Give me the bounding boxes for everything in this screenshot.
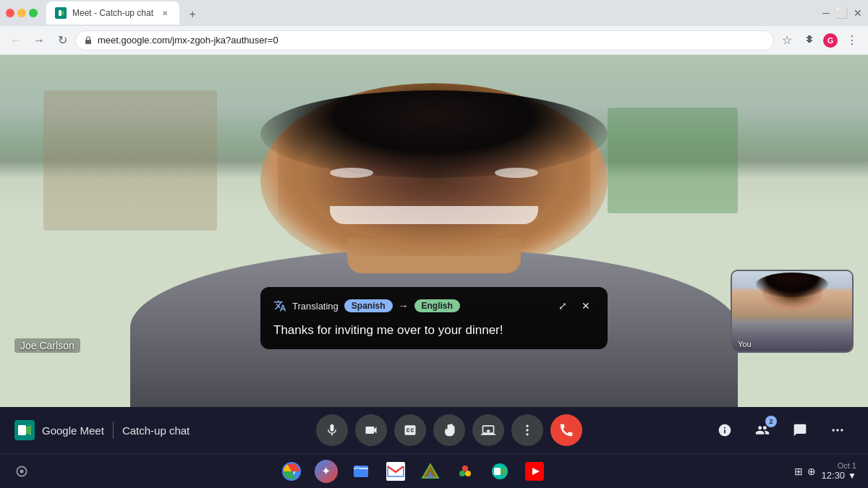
taskbar-time: 12:30 xyxy=(822,470,846,481)
svg-point-7 xyxy=(526,425,528,427)
main-video-area: Joe Carlson Translating Spanish → Englis… xyxy=(0,55,868,407)
chat-icon xyxy=(793,423,807,437)
right-controls: 2 xyxy=(709,414,854,446)
puzzle-icon xyxy=(802,34,815,47)
tab-favicon xyxy=(55,7,67,19)
plant-decoration xyxy=(608,108,738,213)
window-controls xyxy=(6,9,38,17)
video-background xyxy=(0,55,868,407)
raise-hand-icon xyxy=(442,423,456,437)
end-call-button[interactable] xyxy=(550,414,582,446)
minimize-window-button[interactable] xyxy=(17,9,26,17)
svg-rect-1 xyxy=(59,10,61,16)
forward-button[interactable]: → xyxy=(29,30,49,51)
svg-point-10 xyxy=(836,429,838,431)
people-button[interactable]: 2 xyxy=(746,414,778,446)
taskbar-date: Oct 1 xyxy=(822,461,856,470)
camera-button[interactable] xyxy=(355,414,387,446)
extensions-button[interactable] xyxy=(799,30,819,51)
back-button[interactable]: ← xyxy=(6,30,26,51)
svg-point-26 xyxy=(459,471,465,476)
self-video-label: You xyxy=(738,340,752,348)
shelf-decoration xyxy=(43,90,217,231)
svg-point-9 xyxy=(526,433,528,435)
smile xyxy=(330,206,538,223)
svg-point-11 xyxy=(841,429,843,431)
taskbar-apps: ✦ xyxy=(32,460,794,483)
activities-icon xyxy=(830,423,845,437)
call-controls xyxy=(190,414,709,446)
raise-hand-button[interactable] xyxy=(433,414,465,446)
add-icon[interactable]: ⊕ xyxy=(807,466,816,477)
meet-bottom-bar: Google Meet Catch-up chat xyxy=(0,407,868,453)
meet-divider xyxy=(113,421,114,439)
title-bar: Meet - Catch-up chat ✕ + ─ ⬜ ✕ xyxy=(0,0,868,26)
present-icon xyxy=(481,423,495,437)
translation-overlay: Translating Spanish → English ⤢ ✕ Thanks… xyxy=(260,287,608,349)
menu-button[interactable]: ⋮ xyxy=(842,30,862,51)
display-icon[interactable]: ⊞ xyxy=(794,466,803,477)
restore-button[interactable]: ⬜ xyxy=(835,7,848,19)
address-bar[interactable]: meet.google.com/jmx-zgoh-jka?authuser=0 xyxy=(75,30,774,51)
svg-point-27 xyxy=(462,466,468,471)
new-tab-button[interactable]: + xyxy=(182,4,203,25)
call-info-button[interactable] xyxy=(709,414,741,446)
microphone-icon xyxy=(325,423,339,437)
url-display: meet.google.com/jmx-zgoh-jka?authuser=0 xyxy=(98,35,766,46)
clock-area: Oct 1 12:30 ▼ xyxy=(822,461,856,481)
youtube-app-icon[interactable] xyxy=(523,460,546,483)
svg-point-14 xyxy=(20,469,24,473)
taskbar-left xyxy=(12,461,32,481)
secure-icon xyxy=(83,35,93,46)
end-call-icon xyxy=(558,422,574,438)
close-window-button[interactable] xyxy=(6,9,14,17)
captions-icon xyxy=(403,423,417,437)
files-app-icon[interactable] xyxy=(349,460,373,483)
svg-point-12 xyxy=(833,429,835,431)
captions-button[interactable] xyxy=(394,414,426,446)
people-count-badge: 2 xyxy=(765,416,777,427)
reload-button[interactable]: ↻ xyxy=(52,30,72,51)
nav-bar: ← → ↻ meet.google.com/jmx-zgoh-jka?authu… xyxy=(0,26,868,55)
bookmark-button[interactable]: ☆ xyxy=(777,30,797,51)
system-tray-icons: ⊞ ⊕ xyxy=(794,466,816,477)
svg-rect-5 xyxy=(18,425,26,435)
tab-close-button[interactable]: ✕ xyxy=(159,7,171,19)
camera-icon xyxy=(364,423,378,437)
taskbar: ✦ xyxy=(0,453,868,488)
taskbar-right: ⊞ ⊕ Oct 1 12:30 ▼ xyxy=(794,461,856,481)
tab-title: Meet - Catch-up chat xyxy=(72,8,153,18)
svg-point-8 xyxy=(526,429,528,431)
gemini-app-icon[interactable]: ✦ xyxy=(315,460,338,483)
minimize-button[interactable]: ─ xyxy=(822,7,830,19)
wifi-icon: ▼ xyxy=(848,471,856,481)
from-language-badge[interactable]: Spanish xyxy=(344,299,393,312)
close-button[interactable]: ✕ xyxy=(854,7,862,19)
photos-app-icon[interactable] xyxy=(454,460,477,483)
meet-call-title: Catch-up chat xyxy=(122,424,190,437)
meet-app: Joe Carlson Translating Spanish → Englis… xyxy=(0,55,868,453)
drive-app-icon[interactable] xyxy=(419,460,442,483)
maximize-window-button[interactable] xyxy=(29,9,38,17)
meet-logo xyxy=(14,420,35,440)
translation-text: Thanks for inviting me over to your dinn… xyxy=(273,322,595,339)
svg-rect-19 xyxy=(355,466,359,469)
to-language-badge[interactable]: English xyxy=(414,299,460,312)
video-section: Joe Carlson Translating Spanish → Englis… xyxy=(0,55,868,407)
microphone-button[interactable] xyxy=(316,414,348,446)
system-tray-left-icon[interactable] xyxy=(12,461,32,481)
chat-button[interactable] xyxy=(784,414,816,446)
profile-button[interactable]: G xyxy=(820,30,841,51)
meet-app-icon[interactable] xyxy=(488,460,511,483)
activity-icon xyxy=(14,464,29,479)
translating-label: Translating xyxy=(292,301,339,312)
chrome-app-icon[interactable] xyxy=(280,460,303,483)
more-options-button[interactable] xyxy=(511,414,543,446)
active-tab[interactable]: Meet - Catch-up chat ✕ xyxy=(46,1,179,25)
expand-overlay-button[interactable]: ⤢ xyxy=(554,297,571,314)
close-overlay-button[interactable]: ✕ xyxy=(577,297,595,314)
present-button[interactable] xyxy=(472,414,504,446)
gmail-app-icon[interactable] xyxy=(384,460,407,483)
activities-button[interactable] xyxy=(822,414,854,446)
self-video-thumbnail: You xyxy=(731,270,854,353)
